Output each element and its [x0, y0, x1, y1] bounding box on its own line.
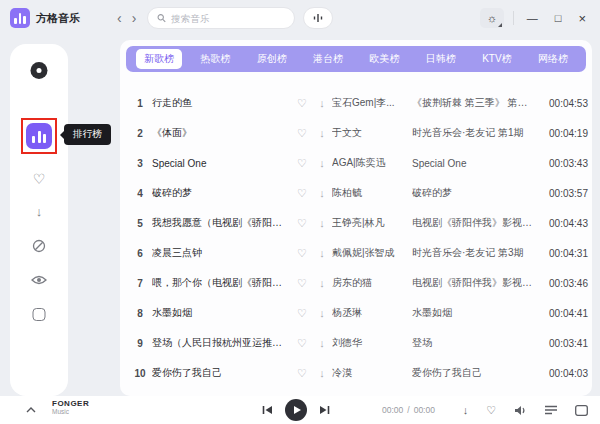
tab-hk-tw[interactable]: 港台榜 [305, 49, 351, 69]
search-input[interactable] [171, 13, 285, 24]
sidebar-item-download[interactable]: ↓ [36, 205, 43, 218]
song-index: 9 [128, 338, 152, 349]
sidebar-item-favorites[interactable]: ♡ [33, 172, 46, 186]
song-artist: 刘德华 [332, 336, 412, 350]
volume-icon[interactable] [514, 405, 527, 416]
eye-icon [31, 274, 47, 286]
song-row[interactable]: 10 爱你伤了我自己 ♡ ↓ 冷漠 爱你伤了我自己 00:04:03 [128, 358, 588, 388]
download-icon[interactable]: ↓ [312, 337, 332, 349]
song-artist: 戴佩妮|张智成 [332, 246, 412, 260]
theme-button[interactable]: ☼ [480, 8, 504, 28]
song-title: 登场（人民日报杭州亚运推广曲） [152, 336, 292, 350]
play-button[interactable] [285, 399, 307, 421]
close-button[interactable]: × [574, 10, 590, 27]
back-button[interactable]: ‹ [112, 9, 127, 27]
song-row[interactable]: 6 凌晨三点钟 ♡ ↓ 戴佩妮|张智成 时光音乐会·老友记 第3期 00:04:… [128, 238, 588, 268]
like-icon[interactable]: ♡ [292, 247, 312, 260]
playlist-icon[interactable] [545, 405, 557, 415]
minimize-button[interactable]: — [523, 11, 542, 26]
song-title: 水墨如烟 [152, 306, 292, 320]
tab-jp-kr[interactable]: 日韩榜 [418, 49, 464, 69]
tab-new-songs[interactable]: 新歌榜 [136, 49, 182, 69]
song-row[interactable]: 8 水墨如烟 ♡ ↓ 杨丞琳 水墨如烟 00:04:41 [128, 298, 588, 328]
like-icon[interactable]: ♡ [292, 127, 312, 140]
annotation-highlight-box [21, 118, 57, 154]
heart-icon[interactable]: ♡ [486, 405, 496, 416]
app-title: 方格音乐 [36, 11, 80, 26]
next-track-button[interactable] [319, 405, 330, 415]
like-icon[interactable]: ♡ [292, 217, 312, 230]
like-icon[interactable]: ♡ [292, 307, 312, 320]
song-row[interactable]: 3 Special One ♡ ↓ AGA|陈奕迅 Special One 00… [128, 148, 588, 178]
download-icon: ↓ [36, 205, 43, 218]
song-title: 《体面》 [152, 126, 292, 140]
search-box[interactable] [147, 7, 295, 29]
song-duration: 00:03:57 [540, 188, 588, 199]
song-title: Special One [152, 158, 292, 169]
download-icon[interactable]: ↓ [463, 405, 469, 416]
song-artist: 于文文 [332, 126, 412, 140]
like-icon[interactable]: ♡ [292, 277, 312, 290]
song-duration: 00:03:41 [540, 338, 588, 349]
like-icon[interactable]: ♡ [292, 337, 312, 350]
tab-network[interactable]: 网络榜 [530, 49, 576, 69]
sidebar-item-eye[interactable] [31, 274, 47, 286]
tab-hot-songs[interactable]: 热歌榜 [192, 49, 238, 69]
mini-player-icon[interactable] [575, 405, 588, 416]
chevron-up-icon [26, 407, 36, 413]
theme-icon: ☼ [487, 12, 497, 24]
like-icon[interactable]: ♡ [292, 367, 312, 380]
song-album: 时光音乐会·老友记 第1期 [412, 126, 540, 140]
forward-button[interactable]: › [127, 9, 142, 27]
song-album: 水墨如烟 [412, 306, 540, 320]
song-album: 时光音乐会·老友记 第3期 [412, 246, 540, 260]
song-index: 3 [128, 158, 152, 169]
player-bar: FONGER Music 00:00 / 00:00 ↓ ♡ [0, 396, 600, 424]
current-time: 00:00 [382, 405, 403, 415]
search-icon [157, 13, 166, 23]
download-icon[interactable]: ↓ [312, 217, 332, 229]
download-icon[interactable]: ↓ [312, 157, 332, 169]
song-album: 爱你伤了我自己 [412, 366, 540, 380]
previous-track-button[interactable] [262, 405, 273, 415]
download-icon[interactable]: ↓ [312, 307, 332, 319]
song-title: 爱你伤了我自己 [152, 366, 292, 380]
sidebar-item-slash[interactable] [32, 239, 46, 253]
song-title: 破碎的梦 [152, 186, 292, 200]
song-row[interactable]: 9 登场（人民日报杭州亚运推广曲） ♡ ↓ 刘德华 登场 00:03:41 [128, 328, 588, 358]
music-recognition-button[interactable] [303, 7, 333, 29]
song-duration: 00:04:19 [540, 128, 588, 139]
like-icon[interactable]: ♡ [292, 157, 312, 170]
song-row[interactable]: 7 喂，那个你（电视剧《骄阳伴我》... ♡ ↓ 房东的猫 电视剧《骄阳伴我》影… [128, 268, 588, 298]
sidebar-item-apps[interactable] [33, 308, 46, 321]
like-icon[interactable]: ♡ [292, 187, 312, 200]
play-icon [294, 406, 301, 414]
song-row[interactable]: 2 《体面》 ♡ ↓ 于文文 时光音乐会·老友记 第1期 00:04:19 [128, 118, 588, 148]
tab-western[interactable]: 欧美榜 [361, 49, 407, 69]
time-separator: / [407, 405, 409, 415]
tab-ktv[interactable]: KTV榜 [474, 49, 519, 69]
song-title: 我想我愿意（电视剧《骄阳伴我》... [152, 216, 292, 230]
music-recognition-icon [312, 12, 324, 24]
download-icon[interactable]: ↓ [312, 277, 332, 289]
expand-player-button[interactable] [26, 399, 36, 417]
song-artist: 王铮亮|林凡 [332, 216, 412, 230]
song-row[interactable]: 1 行走的鱼 ♡ ↓ 宝石Gem|李... 《披荆斩棘 第三季》 第4期 00:… [128, 88, 588, 118]
theme-caret-icon [498, 23, 502, 27]
song-album: 《披荆斩棘 第三季》 第4期 [412, 96, 540, 110]
download-icon[interactable]: ↓ [312, 187, 332, 199]
download-icon[interactable]: ↓ [312, 367, 332, 379]
song-row[interactable]: 4 破碎的梦 ♡ ↓ 陈柏毓 破碎的梦 00:03:57 [128, 178, 588, 208]
sidebar-item-music[interactable] [31, 62, 48, 79]
download-icon[interactable]: ↓ [312, 127, 332, 139]
maximize-button[interactable]: □ [551, 11, 566, 26]
like-icon[interactable]: ♡ [292, 97, 312, 110]
app-logo-icon [10, 8, 30, 28]
tab-original[interactable]: 原创榜 [249, 49, 295, 69]
song-index: 6 [128, 248, 152, 259]
download-icon[interactable]: ↓ [312, 97, 332, 109]
song-artist: 冷漠 [332, 366, 412, 380]
disc-icon [31, 62, 48, 79]
song-row[interactable]: 5 我想我愿意（电视剧《骄阳伴我》... ♡ ↓ 王铮亮|林凡 电视剧《骄阳伴我… [128, 208, 588, 238]
download-icon[interactable]: ↓ [312, 247, 332, 259]
